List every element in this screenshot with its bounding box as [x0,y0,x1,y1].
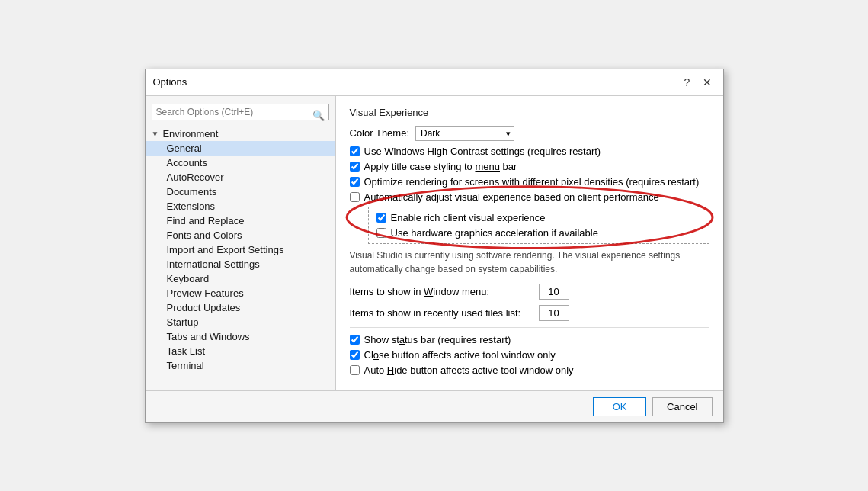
sidebar-item-documents[interactable]: Documents [146,185,335,199]
sidebar-item-label: Fonts and Colors [167,229,242,241]
hardware-accel-label[interactable]: Use hardware graphics acceleration if av… [391,227,598,239]
sidebar-item-label: Keyboard [167,273,210,284]
dialog-title: Options [153,76,187,88]
sidebar-item-environment[interactable]: ▼ Environment [146,127,335,141]
recent-files-field-row: Items to show in recently used files lis… [350,305,709,321]
search-icon: 🔍 [312,109,325,120]
optimize-rendering-checkbox[interactable] [350,177,360,187]
sidebar-item-label: Product Updates [167,302,241,313]
divider [350,327,709,328]
high-contrast-checkbox[interactable] [350,146,360,156]
checkbox-auto-adjust-row: Automatically adjust visual experience b… [350,191,709,203]
rich-client-checkbox[interactable] [376,213,386,223]
color-theme-dropdown-wrap: Dark Light Blue High Contrast [415,126,514,141]
indented-options-block: Enable rich client visual experience Use… [368,207,709,244]
checkbox-rich-client-row: Enable rich client visual experience [376,212,701,223]
sidebar-item-label: International Settings [167,258,260,270]
cancel-button[interactable]: Cancel [652,397,712,416]
sidebar-item-autorecover[interactable]: AutoRecover [146,170,335,185]
optimize-rendering-label[interactable]: Optimize rendering for screens with diff… [364,176,700,188]
help-button[interactable]: ? [679,74,696,91]
window-menu-input[interactable] [539,284,569,300]
search-input[interactable] [152,104,329,120]
annotation-block: Automatically adjust visual experience b… [350,191,709,244]
main-content: Visual Experience Color Theme: Dark Ligh… [336,96,723,390]
sidebar-item-label: Accounts [167,157,207,168]
status-bar-label[interactable]: Show status bar (requires restart) [364,334,511,345]
ok-button[interactable]: OK [593,397,646,416]
sidebar-item-label: AutoRecover [167,172,224,183]
color-theme-select[interactable]: Dark Light Blue High Contrast [415,126,514,141]
hardware-accel-checkbox[interactable] [376,228,386,238]
dialog-body: 🔍 ▼ Environment General Accounts AutoRec… [146,96,723,390]
close-button-checkbox[interactable] [350,350,360,360]
color-theme-row: Color Theme: Dark Light Blue High Contra… [350,126,709,141]
sidebar-item-import-export[interactable]: Import and Export Settings [146,242,335,257]
sidebar-item-accounts[interactable]: Accounts [146,156,335,170]
section-title: Visual Experience [350,107,709,118]
checkbox-hardware-accel-row: Use hardware graphics acceleration if av… [376,227,701,239]
title-bar-right: ? ✕ [679,74,716,91]
checkbox-status-bar-row: Show status bar (requires restart) [350,334,709,345]
sidebar-item-preview-features[interactable]: Preview Features [146,286,335,300]
title-case-label[interactable]: Apply title case styling to menu bar [364,161,517,172]
search-box-wrap: 🔍 [146,101,335,127]
sidebar-item-tabs-windows[interactable]: Tabs and Windows [146,329,335,344]
close-button-label[interactable]: Close button affects active tool window … [364,349,556,361]
sidebar: 🔍 ▼ Environment General Accounts AutoRec… [146,96,336,390]
sidebar-item-fonts-colors[interactable]: Fonts and Colors [146,228,335,242]
auto-adjust-checkbox[interactable] [350,192,360,202]
checkbox-close-button-row: Close button affects active tool window … [350,349,709,361]
high-contrast-label[interactable]: Use Windows High Contrast settings (requ… [364,146,601,157]
checkbox-auto-hide-row: Auto Hide button affects active tool win… [350,364,709,376]
recent-files-input[interactable] [539,305,569,321]
sidebar-item-keyboard[interactable]: Keyboard [146,271,335,286]
sidebar-item-find-replace[interactable]: Find and Replace [146,213,335,228]
auto-adjust-label[interactable]: Automatically adjust visual experience b… [364,191,659,203]
sidebar-item-label: Tabs and Windows [167,331,250,342]
info-text: Visual Studio is currently using softwar… [350,249,709,276]
auto-hide-label[interactable]: Auto Hide button affects active tool win… [364,364,574,376]
sidebar-item-startup[interactable]: Startup [146,315,335,329]
title-bar: Options ? ✕ [146,69,723,96]
window-menu-field-row: Items to show in Window menu: [350,284,709,300]
sidebar-item-label: Environment [162,128,218,140]
dialog-footer: OK Cancel [146,390,723,422]
title-case-checkbox[interactable] [350,162,360,172]
checkbox-high-contrast-row: Use Windows High Contrast settings (requ… [350,146,709,157]
rich-client-label[interactable]: Enable rich client visual experience [391,212,546,223]
options-dialog: Options ? ✕ 🔍 ▼ Environment General Acco… [145,69,724,423]
sidebar-item-label: Extensions [167,201,216,212]
checkbox-optimize-rendering-row: Optimize rendering for screens with diff… [350,176,709,188]
sidebar-item-label: Find and Replace [167,215,245,226]
sidebar-item-terminal[interactable]: Terminal [146,358,335,373]
auto-hide-checkbox[interactable] [350,365,360,375]
sidebar-item-label: Preview Features [167,287,244,299]
sidebar-item-label: Documents [167,186,217,197]
window-menu-label: Items to show in Window menu: [350,286,533,297]
sidebar-item-international[interactable]: International Settings [146,257,335,271]
color-theme-label: Color Theme: [350,127,410,139]
status-bar-checkbox[interactable] [350,335,360,345]
close-button[interactable]: ✕ [699,74,716,91]
sidebar-item-label: Terminal [167,360,204,371]
sidebar-item-extensions[interactable]: Extensions [146,199,335,213]
sidebar-item-task-list[interactable]: Task List [146,344,335,358]
sidebar-item-label: Startup [167,316,199,328]
sidebar-item-label: Import and Export Settings [167,244,284,255]
title-bar-left: Options [153,76,187,88]
sidebar-item-label: Task List [167,345,206,357]
recent-files-label: Items to show in recently used files lis… [350,307,533,319]
checkbox-title-case-row: Apply title case styling to menu bar [350,161,709,172]
sidebar-item-product-updates[interactable]: Product Updates [146,300,335,315]
sidebar-item-general[interactable]: General [146,141,335,156]
sidebar-item-label: General [167,143,202,154]
expand-arrow: ▼ [152,130,159,138]
